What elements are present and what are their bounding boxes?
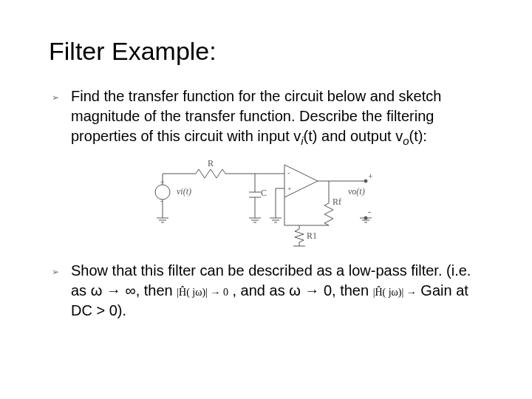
label-minus-out: - xyxy=(368,207,371,217)
label-plus-out: + xyxy=(368,171,373,182)
bullet-arrow-icon: ➢ xyxy=(52,267,65,277)
b1-vi: v xyxy=(293,128,301,144)
bullet-1-text: Find the transfer function for the circu… xyxy=(71,86,480,149)
bullet-2: ➢ Show that this filter can be described… xyxy=(52,261,480,321)
src-minus: - xyxy=(160,197,163,205)
b2-mid: , and as ω → 0, then xyxy=(228,282,373,299)
label-Rf: Rf xyxy=(332,197,341,207)
circuit-svg: R C Rf R1 vi(t) vo(t) + - - + + - xyxy=(144,159,388,248)
opamp-plus: + xyxy=(287,185,292,193)
label-vo: vo(t) xyxy=(348,186,365,197)
slide-title: Filter Example: xyxy=(49,37,480,66)
bullet-arrow-icon: ➢ xyxy=(52,92,65,103)
svg-point-15 xyxy=(364,180,367,183)
b1-post: (t): xyxy=(409,128,426,144)
opamp-minus: - xyxy=(287,168,290,177)
b2-math1: |Ĥ( jω)| → 0 xyxy=(177,287,228,298)
label-R1: R1 xyxy=(307,231,317,241)
src-plus: + xyxy=(160,178,165,186)
bullet-1: ➢ Find the transfer function for the cir… xyxy=(52,86,480,149)
b1-mid1: (t) and output xyxy=(304,128,396,144)
b1-vo: v xyxy=(395,128,403,144)
label-C: C xyxy=(261,188,267,198)
circuit-diagram: R C Rf R1 vi(t) vo(t) + - - + + - xyxy=(52,159,480,248)
label-R: R xyxy=(208,159,214,168)
slide: Filter Example: ➢ Find the transfer func… xyxy=(0,0,532,353)
bullet-2-text: Show that this filter can be described a… xyxy=(71,261,480,321)
label-vi: vi(t) xyxy=(177,186,191,197)
b2-math2: |Ĥ( jω)| → xyxy=(373,287,417,298)
